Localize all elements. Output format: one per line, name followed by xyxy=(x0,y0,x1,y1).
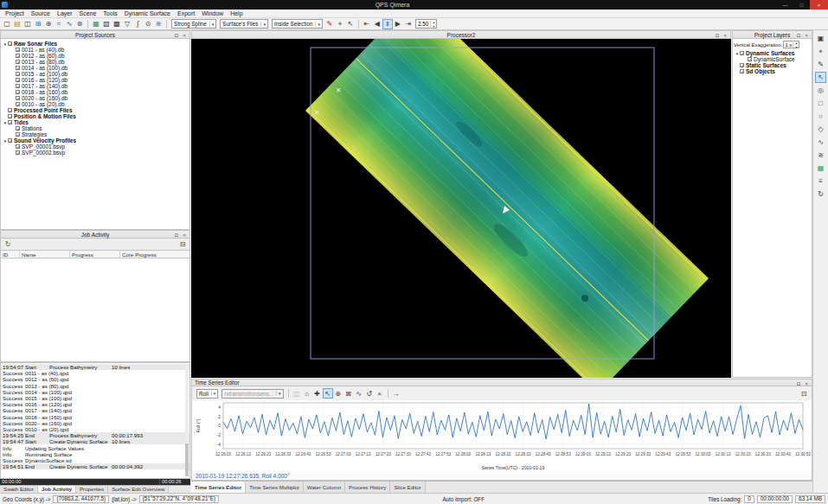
select-lasso-icon[interactable]: ∿ xyxy=(815,137,826,148)
spline-mode-select[interactable]: Strong Spline xyxy=(171,19,216,29)
menu-tools[interactable]: Tools xyxy=(99,10,120,18)
tab-slice-editor[interactable]: Slice Editor xyxy=(390,482,425,493)
checkbox[interactable]: ✓ xyxy=(8,138,12,143)
new-project-icon[interactable]: ▢ xyxy=(2,19,12,29)
bathymetry-viewport[interactable]: ✕ ✕ xyxy=(191,39,731,378)
tree-item[interactable]: ✓0010 - as (20).db xyxy=(1,101,189,107)
menu-window[interactable]: Window xyxy=(198,10,227,18)
tree-item[interactable]: ▾✓Sound Velocity Profiles xyxy=(1,137,189,144)
snapshot-icon[interactable]: ▣ xyxy=(815,33,826,44)
checkbox[interactable]: ✓ xyxy=(16,84,20,88)
checkbox[interactable]: ✓ xyxy=(16,72,20,76)
reject-icon[interactable]: × xyxy=(375,388,385,399)
tree-item[interactable]: ▾✓Dynamic Surfaces xyxy=(733,50,812,56)
float-icon[interactable]: ⊡ xyxy=(714,32,721,39)
float-icon[interactable]: ⊡ xyxy=(795,32,802,39)
column-header[interactable]: ID xyxy=(1,251,20,258)
tree-item[interactable]: ✓0016 - as (120).db xyxy=(1,77,189,83)
import-svp-icon[interactable]: ∿ xyxy=(64,19,74,29)
target-icon[interactable]: ◎ xyxy=(815,85,826,96)
select-rect-icon[interactable]: □ xyxy=(815,98,826,109)
files-scope-select[interactable]: Surface's Files xyxy=(220,19,268,29)
measure-icon[interactable]: ⌖ xyxy=(815,46,826,57)
undo-icon[interactable]: ↺ xyxy=(364,388,375,399)
tree-item[interactable]: ✓Position & Motion Files xyxy=(1,113,189,119)
bathymetry-canvas[interactable]: ✕ ✕ xyxy=(191,39,731,378)
zoom-icon[interactable]: ⊕ xyxy=(333,388,343,399)
tree-item[interactable]: ✓0015 - as (100).db xyxy=(1,71,189,77)
tree-item[interactable]: ✓0017 - as (140).db xyxy=(1,83,189,89)
step-back-icon[interactable]: ◀ xyxy=(372,19,382,29)
menu-project[interactable]: Project xyxy=(2,10,28,18)
vertical-exaggeration-spinner[interactable]: 1 x xyxy=(783,41,799,48)
processing-icon[interactable]: ⊙ xyxy=(143,19,153,29)
column-header[interactable]: Name xyxy=(20,251,70,258)
source-select[interactable]: rxtransmotionsens... xyxy=(221,389,283,399)
checkbox[interactable]: ✓ xyxy=(740,63,744,67)
checkbox[interactable]: ✓ xyxy=(16,102,20,106)
accept-icon[interactable]: → xyxy=(391,388,401,399)
minimize-button[interactable]: — xyxy=(777,0,793,10)
tree-item[interactable]: ▾✓Raw Sonar Files xyxy=(1,41,189,47)
selection-scope-select[interactable]: Inside Selection xyxy=(272,19,323,29)
checkbox[interactable]: ✓ xyxy=(8,41,12,46)
tab-time-series-editor[interactable]: Time Series Editor xyxy=(191,482,246,493)
sync-views-icon[interactable]: ↻ xyxy=(815,188,826,200)
tree-item[interactable]: ▾✓Tides xyxy=(1,119,189,125)
menu-source[interactable]: Source xyxy=(28,10,54,18)
checkbox[interactable]: ✓ xyxy=(16,78,20,82)
float-icon[interactable]: ⊡ xyxy=(173,32,180,39)
log-scrollbar[interactable] xyxy=(185,365,189,476)
table-options-icon[interactable]: ⊟ xyxy=(177,239,188,250)
tab-properties[interactable]: Properties xyxy=(76,486,108,493)
pause-icon[interactable]: ‖ xyxy=(382,19,393,29)
pan-icon[interactable]: ✚ xyxy=(312,388,323,399)
tree-item[interactable]: ✓SVP_00002.bsvp xyxy=(1,150,189,156)
filter-icon[interactable]: ▽ xyxy=(122,19,132,29)
layers-icon[interactable]: ≡ xyxy=(815,175,826,187)
open-project-icon[interactable]: ▤ xyxy=(12,19,22,29)
dynamic-surface-icon[interactable]: ▦ xyxy=(91,19,101,29)
column-header[interactable]: Progress xyxy=(70,251,120,258)
tree-item[interactable]: ✓DynamicSurface xyxy=(733,56,812,62)
swath-editor-icon[interactable]: ≋ xyxy=(153,19,164,29)
tab-time-series-multiplot[interactable]: Time Series Multiplot xyxy=(246,482,304,493)
play-icon[interactable]: ▶ xyxy=(393,19,403,29)
checkbox[interactable]: ✓ xyxy=(16,54,20,58)
tree-item[interactable]: ✓0018 - as (160).db xyxy=(1,89,189,95)
column-header[interactable]: Core Progress xyxy=(120,251,189,258)
add-processed-points-icon[interactable]: ⊕ xyxy=(43,19,54,29)
checkbox[interactable]: ✓ xyxy=(16,48,20,52)
grid-icon[interactable]: ▩ xyxy=(112,19,122,29)
select-cursor-icon[interactable]: ↖ xyxy=(323,388,333,399)
checkbox[interactable]: ✓ xyxy=(16,66,20,70)
checkbox[interactable]: ✓ xyxy=(16,144,20,149)
import-tides-icon[interactable]: ≈ xyxy=(54,19,64,29)
tree-item[interactable]: ✓Strategies xyxy=(1,131,189,137)
playback-speed-spinner[interactable]: 2.50 xyxy=(415,19,437,29)
tree-item[interactable]: ✓Sd Objects xyxy=(733,68,812,74)
checkbox[interactable]: ✓ xyxy=(740,69,744,73)
note-icon[interactable]: ✎ xyxy=(815,59,826,70)
spinner-arrows-icon[interactable] xyxy=(793,41,799,49)
save-project-icon[interactable]: ◫ xyxy=(22,19,33,29)
roll-time-series-chart[interactable]: 12:26:0312:26:1312:26:2312:26:3312:26:43… xyxy=(192,400,812,471)
tab-job-activity[interactable]: Job Activity xyxy=(38,486,76,493)
static-surface-icon[interactable]: ▧ xyxy=(101,19,112,29)
menu-help[interactable]: Help xyxy=(227,10,246,18)
edit-line-icon[interactable]: ✎ xyxy=(324,19,335,29)
tree-item[interactable]: ✓0011 - as (40).db xyxy=(1,47,189,53)
checkbox[interactable]: ✓ xyxy=(8,114,12,118)
checkbox[interactable]: ✓ xyxy=(16,150,20,155)
pick-icon[interactable]: ⌖ xyxy=(335,19,345,29)
box-select-icon[interactable]: ⊠ xyxy=(343,388,354,399)
close-icon[interactable]: × xyxy=(722,32,729,39)
tree-item[interactable]: ✓0020 - as (160).db xyxy=(1,95,189,101)
tree-item[interactable]: ✓SVP_00001.bsvp xyxy=(1,144,189,150)
checkbox[interactable]: ✓ xyxy=(16,132,20,137)
skip-end-icon[interactable]: ⇥ xyxy=(403,19,414,29)
tree-item[interactable]: ✓0013 - as (80).db xyxy=(1,59,189,65)
checkbox[interactable]: ✓ xyxy=(16,96,20,100)
float-icon[interactable]: ⊡ xyxy=(173,232,180,239)
replay-progress-bar[interactable]: 00:00:00 00:00:26 xyxy=(0,479,190,485)
